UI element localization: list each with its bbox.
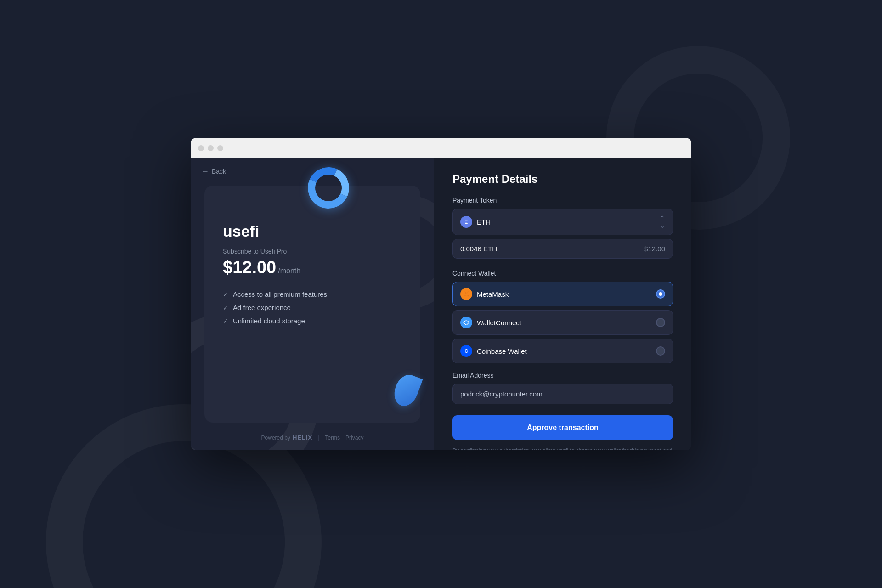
wallet-option-coinbase[interactable]: C Coinbase Wallet: [452, 339, 673, 363]
disclaimer-text: By confirming your subscription, you all…: [452, 447, 673, 450]
left-footer: Powered by HELIX | Terms Privacy: [191, 434, 434, 441]
subscription-label: Subscribe to Usefi Pro: [223, 248, 402, 255]
amount-row: 0.0046 ETH $12.00: [452, 239, 673, 259]
connect-wallet-label: Connect Wallet: [452, 270, 673, 277]
eth-icon: Ξ: [460, 216, 472, 228]
helix-logo: HELIX: [293, 434, 312, 441]
approve-transaction-button[interactable]: Approve transaction: [452, 415, 673, 440]
wallet-option-walletconnect[interactable]: WalletConnect: [452, 310, 673, 335]
email-field-section: Email Address: [452, 372, 673, 404]
wallet-left-coinbase: C Coinbase Wallet: [460, 345, 527, 357]
email-input[interactable]: [452, 384, 673, 404]
terms-link[interactable]: Terms: [325, 435, 340, 441]
left-panel: ← Back usefi Subscribe to Usefi Pro $12.…: [191, 158, 434, 450]
check-icon-1: ✓: [223, 291, 228, 298]
brand-name: usefi: [223, 222, 402, 240]
amount-eth: 0.0046 ETH: [460, 245, 497, 253]
token-left: Ξ ETH: [460, 216, 491, 228]
feature-label-1: Access to all premium features: [233, 290, 327, 298]
browser-window: ← Back usefi Subscribe to Usefi Pro $12.…: [191, 138, 691, 450]
browser-content: ← Back usefi Subscribe to Usefi Pro $12.…: [191, 158, 691, 450]
wallet-left-metamask: MetaMask: [460, 288, 509, 300]
coinbase-icon: C: [460, 345, 472, 357]
privacy-link[interactable]: Privacy: [345, 435, 363, 441]
features-list: ✓ Access to all premium features ✓ Ad fr…: [223, 290, 402, 409]
back-button[interactable]: ← Back: [202, 167, 226, 175]
check-icon-2: ✓: [223, 304, 228, 311]
walletconnect-radio[interactable]: [656, 318, 665, 327]
wallet-left-walletconnect: WalletConnect: [460, 317, 521, 328]
price-row: $12.00 /month: [223, 258, 402, 277]
walletconnect-name: WalletConnect: [477, 319, 521, 327]
feature-label-3: Unlimited cloud storage: [233, 317, 305, 325]
coinbase-name: Coinbase Wallet: [477, 347, 527, 355]
token-name: ETH: [477, 218, 491, 226]
feature-item-3: ✓ Unlimited cloud storage: [223, 317, 402, 325]
traffic-light-maximize[interactable]: [217, 145, 223, 151]
metamask-icon: [460, 288, 472, 300]
feature-item-1: ✓ Access to all premium features: [223, 290, 402, 298]
wallet-option-metamask[interactable]: MetaMask: [452, 282, 673, 306]
walletconnect-icon: [460, 317, 472, 328]
price-period: /month: [278, 267, 300, 275]
email-label: Email Address: [452, 372, 673, 379]
payment-token-label: Payment Token: [452, 197, 673, 204]
footer-divider: |: [318, 435, 319, 441]
token-selector[interactable]: Ξ ETH ⌃⌄: [452, 209, 673, 235]
traffic-light-minimize[interactable]: [208, 145, 214, 151]
chevron-updown-icon: ⌃⌄: [660, 215, 665, 229]
back-arrow-icon: ←: [202, 167, 209, 175]
product-card: usefi Subscribe to Usefi Pro $12.00 /mon…: [204, 186, 420, 423]
coinbase-radio[interactable]: [656, 346, 665, 356]
browser-chrome: [191, 138, 691, 158]
right-panel: Payment Details Payment Token Ξ ETH ⌃⌄ 0…: [434, 158, 691, 450]
traffic-light-close[interactable]: [198, 145, 204, 151]
payment-details-title: Payment Details: [452, 173, 673, 186]
metamask-name: MetaMask: [477, 290, 509, 298]
powered-by-text: Powered by: [261, 435, 290, 441]
powered-by: Powered by HELIX: [261, 434, 313, 441]
price-amount: $12.00: [223, 258, 276, 277]
amount-usd: $12.00: [644, 245, 665, 253]
back-label: Back: [212, 168, 226, 175]
metamask-radio[interactable]: [656, 289, 665, 299]
feature-item-2: ✓ Ad free experience: [223, 304, 402, 311]
check-icon-3: ✓: [223, 317, 228, 325]
feature-label-2: Ad free experience: [233, 304, 291, 311]
